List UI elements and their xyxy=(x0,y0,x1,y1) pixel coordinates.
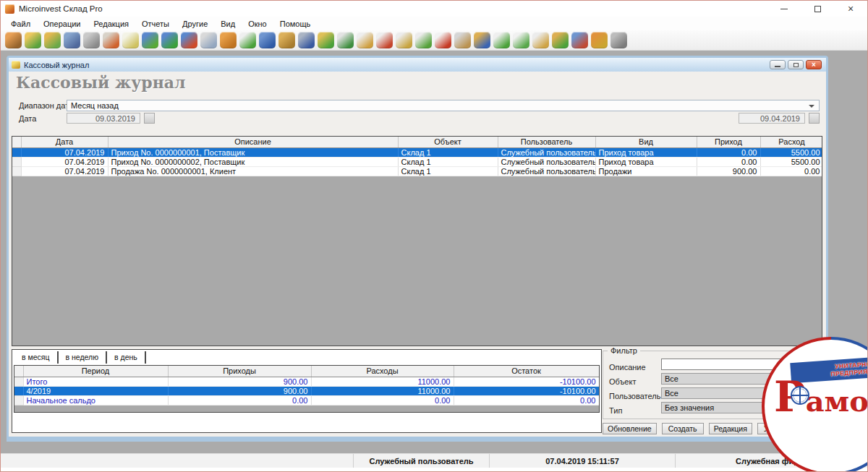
column-header[interactable]: Остаток xyxy=(454,366,599,377)
sale-box-out-icon[interactable] xyxy=(44,32,61,48)
edit-button[interactable]: Редакция xyxy=(709,423,752,434)
user-lock-icon[interactable] xyxy=(591,32,608,48)
column-header[interactable]: Период xyxy=(23,366,168,377)
table-row[interactable]: 07.04.2019Приход No. 0000000002, Поставщ… xyxy=(12,157,822,166)
export-delivery-doc-icon[interactable] xyxy=(415,32,432,48)
table-cell: Склад 1 xyxy=(398,147,498,157)
column-header[interactable]: Приход xyxy=(697,137,760,147)
goods-documents-icon[interactable] xyxy=(532,32,549,48)
menu-item-4[interactable]: Отчеты xyxy=(135,18,176,30)
copy-document-icon[interactable] xyxy=(513,32,529,48)
document-note-icon[interactable] xyxy=(122,32,139,48)
cash-journal-window: Кассовый журнал × Кассовый журнал Диапаз… xyxy=(7,56,828,442)
row-selector-cell[interactable] xyxy=(12,166,21,176)
partners-user-icon[interactable] xyxy=(103,32,119,48)
column-header[interactable]: Пользователь xyxy=(498,137,595,147)
menu-item-5[interactable]: Другие xyxy=(176,18,214,30)
menu-item-7[interactable]: Окно xyxy=(242,18,273,30)
row-selector-cell[interactable] xyxy=(14,395,23,405)
table-cell: 900.00 xyxy=(168,377,311,386)
header-row: ДатаОписаниеОбъектПользовательВидПриходР… xyxy=(12,137,822,147)
invoice-box-doc-icon[interactable] xyxy=(357,32,373,48)
date-to-field[interactable]: 09.04.2019 xyxy=(739,113,805,124)
row-selector-cell[interactable] xyxy=(14,377,23,386)
journal-grid: ДатаОписаниеОбъектПользовательВидПриходР… xyxy=(12,136,822,346)
user-report-list-icon[interactable] xyxy=(571,32,588,48)
column-header[interactable]: Вид xyxy=(595,137,697,147)
goods-transfer-box-icon[interactable] xyxy=(552,32,569,48)
create-button[interactable]: Создать xyxy=(662,423,704,434)
column-header[interactable]: Расходы xyxy=(311,366,454,377)
table-row[interactable]: Начальное сальдо0.000.000.00 xyxy=(14,395,599,405)
refund-arrow-icon[interactable] xyxy=(181,32,197,48)
contacts-book-icon[interactable] xyxy=(220,32,237,48)
filter-combo[interactable]: Все xyxy=(661,373,783,385)
clipboard-icon[interactable] xyxy=(200,32,217,48)
globe-icon xyxy=(791,386,809,405)
filter-input[interactable] xyxy=(661,359,783,370)
date-range-combo[interactable]: Месяц назад xyxy=(67,100,820,111)
send-mail-icon[interactable] xyxy=(239,32,256,48)
tab-в-неделю[interactable]: в неделю xyxy=(59,351,108,364)
child-restore-button[interactable] xyxy=(788,60,804,69)
row-selector-cell[interactable] xyxy=(12,157,21,166)
table-row[interactable]: 07.04.2019Продажа No. 0000000001, Клиент… xyxy=(12,166,822,176)
column-header[interactable]: Объект xyxy=(398,137,498,147)
tab-в-день[interactable]: в день xyxy=(107,351,146,364)
edit-pen-scroll-icon[interactable] xyxy=(337,32,354,48)
money-coins-icon[interactable] xyxy=(83,32,100,48)
products-box-icon[interactable] xyxy=(278,32,295,48)
column-header[interactable]: Дата xyxy=(21,137,108,147)
date-from-field[interactable]: 09.03.2019 xyxy=(67,113,140,124)
column-header[interactable]: Описание xyxy=(108,137,398,147)
restore-icon xyxy=(814,6,821,12)
calendar-report-icon[interactable] xyxy=(376,32,393,48)
row-selector-cell[interactable] xyxy=(14,386,23,395)
services-asterisk-icon[interactable] xyxy=(64,32,80,48)
settings-gear-icon[interactable] xyxy=(610,32,627,48)
tab-в-месяц[interactable]: в месяц xyxy=(14,351,59,364)
restore-button[interactable] xyxy=(801,1,834,17)
table-cell: Приход No. 0000000001, Поставщик xyxy=(108,147,398,157)
menu-item-2[interactable]: Операции xyxy=(37,18,87,30)
child-titlebar[interactable]: Кассовый журнал × xyxy=(9,58,826,72)
exit-door-icon[interactable] xyxy=(5,32,22,48)
column-header[interactable]: Расход xyxy=(760,137,822,147)
menu-item-3[interactable]: Редакция xyxy=(88,18,135,30)
table-row[interactable]: 07.04.2019Приход No. 0000000001, Поставщ… xyxy=(12,147,822,157)
revision-box-icon[interactable] xyxy=(318,32,334,48)
row-selector-cell[interactable] xyxy=(12,147,21,157)
minimize-button[interactable] xyxy=(767,1,801,17)
mail-confirm-icon[interactable] xyxy=(493,32,510,48)
close-icon: × xyxy=(848,4,854,14)
table-cell: 5500.00 xyxy=(760,147,822,157)
table-row[interactable]: Итого900.0011000.00-10100.00 xyxy=(14,377,599,386)
menu-item-1[interactable]: Файл xyxy=(4,18,37,30)
refund-document-icon[interactable] xyxy=(435,32,451,48)
close-button[interactable]: × xyxy=(834,1,867,17)
table-row[interactable]: 4/2019900.0011000.00-10100.00 xyxy=(14,386,599,395)
transfer-arrow-icon[interactable] xyxy=(142,32,158,48)
column-header[interactable]: Приходы xyxy=(168,366,311,377)
data-table: ПериодПриходыРасходыОстатокИтого900.0011… xyxy=(14,366,600,406)
table-cell: Продажи xyxy=(595,166,697,176)
refresh-button[interactable]: Обновление xyxy=(603,423,657,434)
table-cell: 11000.00 xyxy=(311,377,454,386)
payment-check-icon[interactable] xyxy=(161,32,178,48)
permissions-keys-icon[interactable] xyxy=(298,32,315,48)
menu-item-6[interactable]: Вид xyxy=(214,18,242,30)
users-person-icon[interactable] xyxy=(259,32,276,48)
import-delivery-doc-icon[interactable] xyxy=(396,32,412,48)
mdi-workspace: Кассовый журнал × Кассовый журнал Диапаз… xyxy=(1,51,868,453)
date-to-picker-button[interactable] xyxy=(809,113,820,124)
table-cell: Приход товара xyxy=(595,147,697,157)
child-close-button[interactable]: × xyxy=(806,60,822,69)
paste-clipboard-icon[interactable] xyxy=(454,32,471,48)
date-from-picker-button[interactable] xyxy=(144,113,155,124)
menu-item-8[interactable]: Помощь xyxy=(273,18,318,30)
app-title: Microinvest Склад Pro xyxy=(19,4,103,13)
child-minimize-button[interactable] xyxy=(770,60,786,69)
filter-title: Фильтр xyxy=(608,346,640,355)
delivery-box-in-icon[interactable] xyxy=(25,32,41,48)
export-box-arrow-icon[interactable] xyxy=(474,32,490,48)
